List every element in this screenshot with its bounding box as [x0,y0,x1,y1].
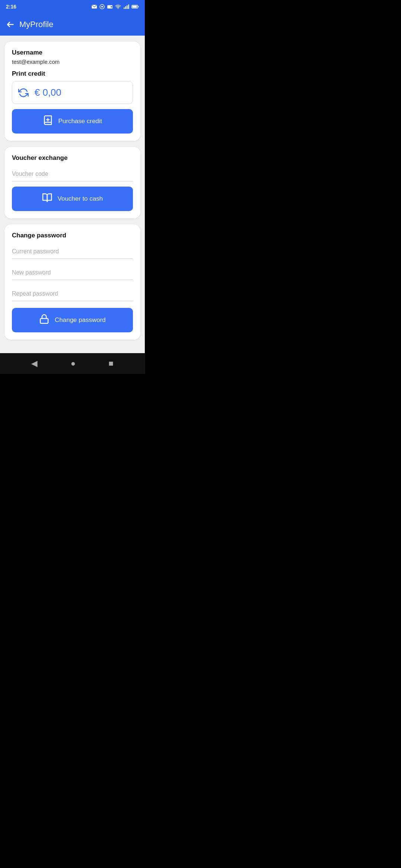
username-value: test@example.com [12,59,133,65]
svg-rect-3 [111,6,112,7]
content-area: Username test@example.com Print credit €… [0,36,145,353]
status-time: 2:16 [6,4,16,10]
nav-back-button[interactable]: ◀ [31,359,38,368]
lock-icon [39,314,49,326]
refresh-icon[interactable] [18,88,29,98]
battery-icon [131,4,139,9]
nav-bar: ◀ ● ■ [0,353,145,374]
nav-home-button[interactable]: ● [71,359,75,368]
voucher-card: Voucher exchange Voucher to cash [4,147,140,218]
svg-rect-14 [40,319,48,323]
wallet-icon [107,4,113,9]
svg-rect-7 [127,6,128,9]
svg-rect-8 [128,4,129,9]
voucher-section-title: Voucher exchange [12,154,133,162]
vpn-icon [100,4,105,9]
print-credit-section: Print credit € 0,00 [12,70,133,134]
username-label: Username [12,49,133,56]
username-section: Username test@example.com [12,49,133,65]
open-book-icon [42,193,52,203]
change-password-button[interactable]: Change password [12,308,133,332]
voucher-to-cash-button[interactable]: Voucher to cash [12,187,133,211]
change-password-label: Change password [55,316,105,324]
voucher-to-cash-label: Voucher to cash [58,195,103,203]
lock-svg [39,314,49,324]
print-credit-label: Print credit [12,70,133,78]
back-icon [6,20,15,29]
current-password-input[interactable] [12,244,133,259]
svg-point-4 [118,8,118,9]
book-add-icon [43,115,53,125]
purchase-credit-button[interactable]: Purchase credit [12,109,133,134]
top-bar: MyProfile [0,13,145,36]
change-password-card: Change password Change password [4,224,140,340]
status-bar: 2:16 [0,0,145,13]
credit-box: € 0,00 [12,81,133,104]
svg-rect-6 [125,6,126,9]
change-password-title: Change password [12,232,133,239]
repeat-password-input[interactable] [12,287,133,301]
svg-rect-5 [124,7,125,9]
new-password-input[interactable] [12,266,133,280]
purchase-credit-icon [43,115,53,128]
back-button[interactable] [6,20,15,29]
credit-amount: € 0,00 [35,87,61,98]
profile-card: Username test@example.com Print credit €… [4,42,140,141]
nav-recent-button[interactable]: ■ [108,359,113,368]
voucher-icon [42,193,52,205]
status-icons [91,4,139,9]
wifi-icon [115,4,121,9]
svg-rect-10 [133,6,137,8]
svg-rect-11 [138,6,139,7]
signal-icon [123,4,129,9]
voucher-code-input[interactable] [12,167,133,181]
purchase-credit-label: Purchase credit [58,118,102,125]
email-icon [91,4,97,9]
page-title: MyProfile [19,20,53,29]
refresh-svg [18,88,29,98]
